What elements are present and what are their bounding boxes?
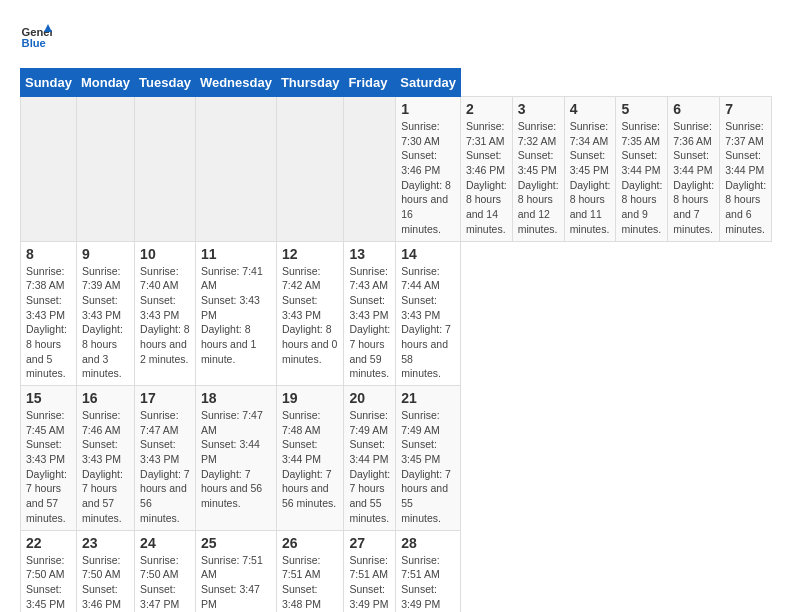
calendar-cell: 28 Sunrise: 7:51 AMSunset: 3:49 PMDaylig… bbox=[396, 530, 461, 612]
day-detail: Sunrise: 7:37 AMSunset: 3:44 PMDaylight:… bbox=[725, 119, 766, 237]
day-detail: Sunrise: 7:50 AMSunset: 3:45 PMDaylight:… bbox=[26, 553, 71, 613]
calendar-cell bbox=[135, 97, 196, 242]
calendar-cell: 1 Sunrise: 7:30 AMSunset: 3:46 PMDayligh… bbox=[396, 97, 461, 242]
calendar-cell: 2 Sunrise: 7:31 AMSunset: 3:46 PMDayligh… bbox=[460, 97, 512, 242]
day-number: 25 bbox=[201, 535, 271, 551]
day-detail: Sunrise: 7:47 AMSunset: 3:44 PMDaylight:… bbox=[201, 408, 271, 511]
day-of-week-sunday: Sunday bbox=[21, 69, 77, 97]
calendar-cell: 24 Sunrise: 7:50 AMSunset: 3:47 PMDaylig… bbox=[135, 530, 196, 612]
day-detail: Sunrise: 7:30 AMSunset: 3:46 PMDaylight:… bbox=[401, 119, 455, 237]
day-detail: Sunrise: 7:41 AMSunset: 3:43 PMDaylight:… bbox=[201, 264, 271, 367]
day-number: 21 bbox=[401, 390, 455, 406]
calendar-cell: 27 Sunrise: 7:51 AMSunset: 3:49 PMDaylig… bbox=[344, 530, 396, 612]
day-detail: Sunrise: 7:36 AMSunset: 3:44 PMDaylight:… bbox=[673, 119, 714, 237]
calendar-week-4: 22 Sunrise: 7:50 AMSunset: 3:45 PMDaylig… bbox=[21, 530, 772, 612]
day-detail: Sunrise: 7:51 AMSunset: 3:48 PMDaylight:… bbox=[282, 553, 339, 613]
calendar-cell: 5 Sunrise: 7:35 AMSunset: 3:44 PMDayligh… bbox=[616, 97, 668, 242]
day-detail: Sunrise: 7:35 AMSunset: 3:44 PMDaylight:… bbox=[621, 119, 662, 237]
day-number: 15 bbox=[26, 390, 71, 406]
day-number: 7 bbox=[725, 101, 766, 117]
day-detail: Sunrise: 7:45 AMSunset: 3:43 PMDaylight:… bbox=[26, 408, 71, 526]
calendar-cell: 26 Sunrise: 7:51 AMSunset: 3:48 PMDaylig… bbox=[276, 530, 344, 612]
day-number: 3 bbox=[518, 101, 559, 117]
calendar-cell: 4 Sunrise: 7:34 AMSunset: 3:45 PMDayligh… bbox=[564, 97, 616, 242]
calendar-cell: 20 Sunrise: 7:49 AMSunset: 3:44 PMDaylig… bbox=[344, 386, 396, 531]
day-of-week-saturday: Saturday bbox=[396, 69, 461, 97]
day-detail: Sunrise: 7:44 AMSunset: 3:43 PMDaylight:… bbox=[401, 264, 455, 382]
day-of-week-tuesday: Tuesday bbox=[135, 69, 196, 97]
calendar-cell bbox=[21, 97, 77, 242]
calendar-cell: 7 Sunrise: 7:37 AMSunset: 3:44 PMDayligh… bbox=[720, 97, 772, 242]
day-number: 17 bbox=[140, 390, 190, 406]
calendar-cell: 25 Sunrise: 7:51 AMSunset: 3:47 PMDaylig… bbox=[195, 530, 276, 612]
day-number: 28 bbox=[401, 535, 455, 551]
day-number: 2 bbox=[466, 101, 507, 117]
day-number: 16 bbox=[82, 390, 129, 406]
day-number: 11 bbox=[201, 246, 271, 262]
day-detail: Sunrise: 7:51 AMSunset: 3:47 PMDaylight:… bbox=[201, 553, 271, 613]
calendar-cell: 3 Sunrise: 7:32 AMSunset: 3:45 PMDayligh… bbox=[512, 97, 564, 242]
day-detail: Sunrise: 7:34 AMSunset: 3:45 PMDaylight:… bbox=[570, 119, 611, 237]
page-header: General Blue bbox=[20, 20, 772, 52]
day-detail: Sunrise: 7:46 AMSunset: 3:43 PMDaylight:… bbox=[82, 408, 129, 526]
calendar-cell bbox=[76, 97, 134, 242]
calendar-cell: 21 Sunrise: 7:49 AMSunset: 3:45 PMDaylig… bbox=[396, 386, 461, 531]
calendar-header: SundayMondayTuesdayWednesdayThursdayFrid… bbox=[21, 69, 772, 97]
day-number: 14 bbox=[401, 246, 455, 262]
calendar-cell bbox=[276, 97, 344, 242]
day-detail: Sunrise: 7:49 AMSunset: 3:44 PMDaylight:… bbox=[349, 408, 390, 526]
day-number: 23 bbox=[82, 535, 129, 551]
day-detail: Sunrise: 7:31 AMSunset: 3:46 PMDaylight:… bbox=[466, 119, 507, 237]
calendar-cell: 23 Sunrise: 7:50 AMSunset: 3:46 PMDaylig… bbox=[76, 530, 134, 612]
day-of-week-monday: Monday bbox=[76, 69, 134, 97]
days-of-week-row: SundayMondayTuesdayWednesdayThursdayFrid… bbox=[21, 69, 772, 97]
calendar-cell: 13 Sunrise: 7:43 AMSunset: 3:43 PMDaylig… bbox=[344, 241, 396, 386]
day-detail: Sunrise: 7:48 AMSunset: 3:44 PMDaylight:… bbox=[282, 408, 339, 511]
day-number: 9 bbox=[82, 246, 129, 262]
day-number: 13 bbox=[349, 246, 390, 262]
calendar-week-1: 1 Sunrise: 7:30 AMSunset: 3:46 PMDayligh… bbox=[21, 97, 772, 242]
day-number: 12 bbox=[282, 246, 339, 262]
day-of-week-friday: Friday bbox=[344, 69, 396, 97]
calendar-cell bbox=[195, 97, 276, 242]
day-number: 19 bbox=[282, 390, 339, 406]
calendar-cell: 18 Sunrise: 7:47 AMSunset: 3:44 PMDaylig… bbox=[195, 386, 276, 531]
day-number: 4 bbox=[570, 101, 611, 117]
day-detail: Sunrise: 7:43 AMSunset: 3:43 PMDaylight:… bbox=[349, 264, 390, 382]
day-number: 18 bbox=[201, 390, 271, 406]
calendar-table: SundayMondayTuesdayWednesdayThursdayFrid… bbox=[20, 68, 772, 612]
calendar-cell: 9 Sunrise: 7:39 AMSunset: 3:43 PMDayligh… bbox=[76, 241, 134, 386]
calendar-cell: 6 Sunrise: 7:36 AMSunset: 3:44 PMDayligh… bbox=[668, 97, 720, 242]
calendar-cell: 11 Sunrise: 7:41 AMSunset: 3:43 PMDaylig… bbox=[195, 241, 276, 386]
calendar-cell: 19 Sunrise: 7:48 AMSunset: 3:44 PMDaylig… bbox=[276, 386, 344, 531]
day-detail: Sunrise: 7:40 AMSunset: 3:43 PMDaylight:… bbox=[140, 264, 190, 367]
day-detail: Sunrise: 7:42 AMSunset: 3:43 PMDaylight:… bbox=[282, 264, 339, 367]
day-detail: Sunrise: 7:39 AMSunset: 3:43 PMDaylight:… bbox=[82, 264, 129, 382]
day-number: 27 bbox=[349, 535, 390, 551]
day-detail: Sunrise: 7:49 AMSunset: 3:45 PMDaylight:… bbox=[401, 408, 455, 526]
svg-text:Blue: Blue bbox=[22, 37, 46, 49]
day-detail: Sunrise: 7:51 AMSunset: 3:49 PMDaylight:… bbox=[349, 553, 390, 613]
day-detail: Sunrise: 7:50 AMSunset: 3:47 PMDaylight:… bbox=[140, 553, 190, 613]
day-number: 26 bbox=[282, 535, 339, 551]
calendar-cell: 16 Sunrise: 7:46 AMSunset: 3:43 PMDaylig… bbox=[76, 386, 134, 531]
logo-icon: General Blue bbox=[20, 20, 52, 52]
day-detail: Sunrise: 7:38 AMSunset: 3:43 PMDaylight:… bbox=[26, 264, 71, 382]
day-number: 20 bbox=[349, 390, 390, 406]
day-number: 22 bbox=[26, 535, 71, 551]
calendar-cell: 8 Sunrise: 7:38 AMSunset: 3:43 PMDayligh… bbox=[21, 241, 77, 386]
calendar-cell: 22 Sunrise: 7:50 AMSunset: 3:45 PMDaylig… bbox=[21, 530, 77, 612]
day-number: 10 bbox=[140, 246, 190, 262]
day-number: 5 bbox=[621, 101, 662, 117]
day-detail: Sunrise: 7:32 AMSunset: 3:45 PMDaylight:… bbox=[518, 119, 559, 237]
calendar-cell: 12 Sunrise: 7:42 AMSunset: 3:43 PMDaylig… bbox=[276, 241, 344, 386]
day-of-week-thursday: Thursday bbox=[276, 69, 344, 97]
calendar-cell bbox=[344, 97, 396, 242]
day-number: 1 bbox=[401, 101, 455, 117]
calendar-cell: 17 Sunrise: 7:47 AMSunset: 3:43 PMDaylig… bbox=[135, 386, 196, 531]
calendar-week-3: 15 Sunrise: 7:45 AMSunset: 3:43 PMDaylig… bbox=[21, 386, 772, 531]
day-detail: Sunrise: 7:47 AMSunset: 3:43 PMDaylight:… bbox=[140, 408, 190, 526]
day-detail: Sunrise: 7:51 AMSunset: 3:49 PMDaylight:… bbox=[401, 553, 455, 613]
calendar-cell: 10 Sunrise: 7:40 AMSunset: 3:43 PMDaylig… bbox=[135, 241, 196, 386]
logo: General Blue bbox=[20, 20, 56, 52]
